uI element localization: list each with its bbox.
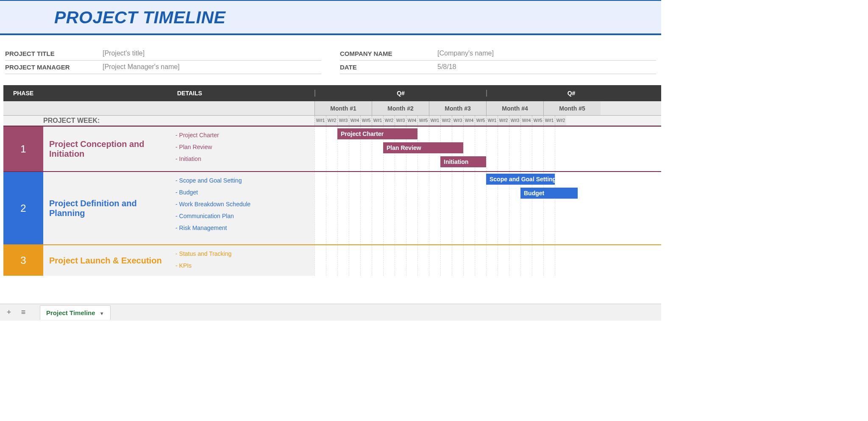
meta-value: 5/8/18 [437, 63, 456, 71]
phase-row: 2Project Definition and Planning- Scope … [3, 172, 661, 245]
phase-row: 3Project Launch & Execution- Status and … [3, 245, 661, 276]
project-meta: PROJECT TITLE[Project's title]PROJECT MA… [0, 47, 661, 74]
header-quarter-1: Q# [314, 90, 486, 97]
week-header: W#4 [406, 116, 417, 125]
gantt-bar[interactable]: Scope and Goal Setting [486, 174, 555, 185]
header-row-weeks: PROJECT WEEK: W#1W#2W#3W#4W#5W#1W#2W#3W#… [3, 116, 661, 126]
spreadsheet-viewport: PROJECT TIMELINE PROJECT TITLE[Project's… [0, 0, 661, 321]
week-header: W#2 [555, 116, 566, 125]
meta-value: [Company's name] [437, 50, 494, 57]
header-phase: PHASE [3, 90, 43, 97]
week-header: W#3 [395, 116, 406, 125]
header-row-top: PHASE DETAILS Q# Q# [3, 85, 661, 101]
week-header: W#1 [314, 116, 326, 125]
meta-row[interactable]: PROJECT MANAGER[Project Manager's name] [5, 61, 321, 74]
phase-detail-item: - Communication Plan [174, 210, 314, 222]
meta-label: PROJECT TITLE [5, 50, 103, 57]
phase-detail-item: - Work Breakdown Schedule [174, 198, 314, 210]
add-sheet-button[interactable]: + [3, 307, 14, 318]
phase-title: Project Conception and Initiation [43, 127, 174, 171]
title-band: PROJECT TIMELINE [0, 0, 661, 35]
meta-row[interactable]: PROJECT TITLE[Project's title] [5, 47, 321, 61]
gantt-bar[interactable]: Project Charter [337, 128, 417, 139]
week-header: W#1 [429, 116, 440, 125]
phase-detail-item: - Plan Review [174, 141, 314, 153]
sheet-tab-active[interactable]: Project Timeline ▼ [40, 305, 111, 320]
phase-number: 3 [3, 245, 43, 276]
week-header: W#3 [509, 116, 520, 125]
meta-row[interactable]: COMPANY NAME[Company's name] [340, 47, 656, 61]
phase-row: 1Project Conception and Initiation- Proj… [3, 126, 661, 172]
gantt-bar[interactable]: Plan Review [383, 142, 463, 153]
header-details: DETAILS [43, 90, 314, 97]
gantt-bar[interactable]: Budget [520, 188, 578, 199]
week-header: W#2 [440, 116, 452, 125]
header-row-months: Month #1Month #2Month #3Month #4Month #5 [3, 101, 661, 116]
phase-detail-item: - Project Charter [174, 129, 314, 141]
month-header: Month #4 [486, 101, 543, 115]
meta-col-left: PROJECT TITLE[Project's title]PROJECT MA… [5, 47, 321, 74]
week-header: W#4 [463, 116, 475, 125]
month-header: Month #2 [372, 101, 429, 115]
week-header: W#5 [475, 116, 486, 125]
meta-label: PROJECT MANAGER [5, 64, 103, 71]
week-header: W#2 [326, 116, 337, 125]
document-title: PROJECT TIMELINE [54, 8, 661, 28]
week-header: W#4 [349, 116, 360, 125]
header-quarter-2: Q# [486, 90, 656, 97]
meta-value: [Project's title] [103, 50, 145, 57]
phase-detail-item: - KPIs [174, 260, 314, 271]
phase-title: Project Definition and Planning [43, 172, 174, 244]
week-header: W#3 [337, 116, 349, 125]
month-header: Month #1 [314, 101, 372, 115]
week-header: W#5 [417, 116, 429, 125]
sheet-tab-label: Project Timeline [46, 309, 95, 316]
month-header: Month #3 [429, 101, 486, 115]
phase-detail-item: - Scope and Goal Setting [174, 174, 314, 186]
gantt-area[interactable]: Project CharterPlan ReviewInitiation [314, 127, 661, 171]
week-header: W#2 [498, 116, 509, 125]
gantt-area[interactable]: Scope and Goal SettingBudget [314, 172, 661, 244]
gantt-bar[interactable]: Initiation [440, 156, 486, 167]
meta-label: DATE [340, 64, 437, 71]
week-header: W#1 [486, 116, 498, 125]
gantt-table: PHASE DETAILS Q# Q# Month #1Month #2Mont… [0, 85, 661, 321]
month-header: Month #5 [543, 101, 601, 115]
week-header: W#2 [383, 116, 395, 125]
phase-number: 1 [3, 127, 43, 171]
phase-detail-item: - Initiation [174, 153, 314, 165]
phase-detail-item: - Risk Management [174, 222, 314, 234]
phase-detail-item: - Status and Tracking [174, 248, 314, 260]
phase-detail-item: - Budget [174, 186, 314, 198]
week-header: W#1 [543, 116, 555, 125]
gantt-area[interactable] [314, 245, 661, 276]
project-week-label: PROJECT WEEK: [3, 116, 314, 125]
sheet-tabs-bar: + ≡ Project Timeline ▼ [0, 304, 661, 321]
meta-row[interactable]: DATE5/8/18 [340, 61, 656, 74]
week-header: W#4 [520, 116, 532, 125]
meta-col-right: COMPANY NAME[Company's name]DATE5/8/18 [340, 47, 656, 74]
week-header: W#3 [452, 116, 463, 125]
phase-number: 2 [3, 172, 43, 244]
week-header: W#1 [372, 116, 383, 125]
meta-label: COMPANY NAME [340, 50, 437, 57]
week-header: W#5 [360, 116, 372, 125]
all-sheets-button[interactable]: ≡ [18, 307, 29, 318]
sheet-tab-dropdown-icon[interactable]: ▼ [100, 311, 104, 316]
meta-value: [Project Manager's name] [103, 63, 180, 71]
week-header: W#5 [532, 116, 543, 125]
phase-title: Project Launch & Execution [43, 245, 174, 276]
